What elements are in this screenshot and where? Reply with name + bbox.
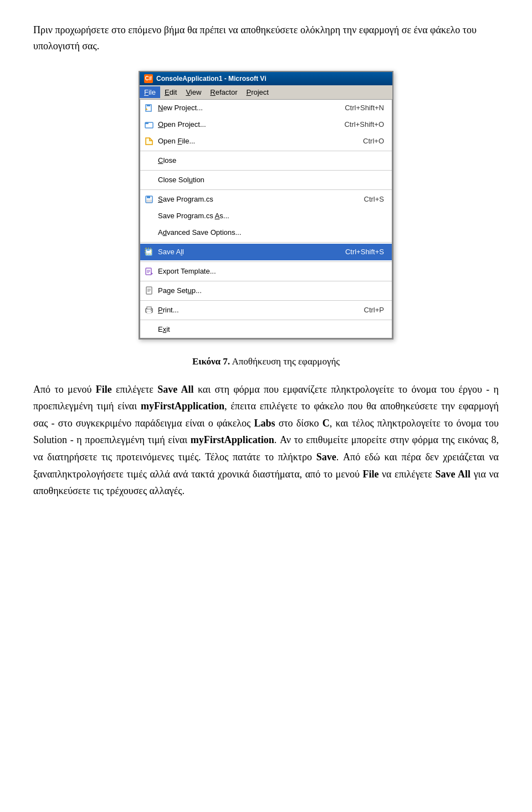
svg-marker-17 <box>151 272 153 275</box>
vs-app-icon: C# <box>144 74 153 83</box>
svg-rect-23 <box>147 307 151 309</box>
menu-item-close-solution[interactable]: Close Solution <box>140 172 392 188</box>
exit-blank-icon <box>142 323 156 336</box>
vs-window: C# ConsoleApplication1 - Microsoft Vi Fi… <box>139 71 393 340</box>
separator-6 <box>140 281 392 281</box>
menu-item-close[interactable]: Close <box>140 152 392 169</box>
save-as-blank-icon <box>142 209 156 223</box>
vs-titlebar: C# ConsoleApplication1 - Microsoft Vi <box>140 72 392 85</box>
open-file-icon <box>142 135 156 148</box>
print-label: Print... <box>158 306 364 314</box>
close-label: Close <box>158 156 384 165</box>
separator-4 <box>140 242 392 243</box>
open-project-label: Open Project... <box>158 120 344 129</box>
separator-3 <box>140 189 392 190</box>
open-project-icon <box>142 118 156 131</box>
print-shortcut: Ctrl+P <box>364 306 390 314</box>
menu-item-save[interactable]: Save Program.cs Ctrl+S <box>140 191 392 208</box>
save-as-label: Save Program.cs As... <box>158 212 384 220</box>
separator-8 <box>140 320 392 320</box>
separator-1 <box>140 151 392 151</box>
menu-view[interactable]: View <box>181 86 206 98</box>
close-blank-icon <box>142 154 156 167</box>
menu-edit[interactable]: Edit <box>160 86 181 98</box>
svg-rect-4 <box>145 122 149 124</box>
open-project-shortcut: Ctrl+Shift+O <box>344 120 390 129</box>
menu-item-open-project[interactable]: Open Project... Ctrl+Shift+O <box>140 116 392 133</box>
page-setup-icon <box>142 284 156 297</box>
advanced-save-label: Advanced Save Options... <box>158 228 384 237</box>
menu-item-export-template[interactable]: Export Template... <box>140 263 392 280</box>
new-project-label: New Project... <box>158 104 345 112</box>
menu-item-open-file[interactable]: Open File... Ctrl+O <box>140 133 392 150</box>
export-template-label: Export Template... <box>158 267 384 275</box>
new-project-shortcut: Ctrl+Shift+N <box>345 104 390 112</box>
save-shortcut: Ctrl+S <box>364 195 390 203</box>
save-all-label: Save All <box>158 248 345 256</box>
open-file-label: Open File... <box>158 137 363 145</box>
vs-file-menu: + New Project... Ctrl+Shift+N Open Proje… <box>140 100 392 338</box>
advanced-save-blank-icon <box>142 226 156 239</box>
caption-text: Αποθήκευση της εφαρμογής <box>232 356 340 367</box>
export-template-icon <box>142 265 156 278</box>
figure-caption: Εικόνα 7. Αποθήκευση της εφαρμογής <box>33 356 499 367</box>
new-project-icon: + <box>142 101 156 115</box>
screenshot-container: C# ConsoleApplication1 - Microsoft Vi Fi… <box>33 71 499 340</box>
print-icon <box>142 304 156 317</box>
svg-rect-7 <box>147 196 150 198</box>
svg-rect-8 <box>147 200 151 202</box>
menu-item-advanced-save[interactable]: Advanced Save Options... <box>140 224 392 241</box>
body-paragraph: Από το μενού File επιλέγετε Save All και… <box>33 381 499 500</box>
menu-project[interactable]: Project <box>242 86 273 98</box>
svg-text:+: + <box>145 107 148 112</box>
page-setup-label: Page Setup... <box>158 286 384 295</box>
save-label: Save Program.cs <box>158 195 364 203</box>
separator-5 <box>140 261 392 262</box>
svg-rect-24 <box>147 311 151 314</box>
menu-item-exit[interactable]: Exit <box>140 321 392 338</box>
separator-7 <box>140 300 392 301</box>
save-icon <box>142 193 156 206</box>
svg-rect-1 <box>147 105 150 106</box>
menu-item-save-as[interactable]: Save Program.cs As... <box>140 208 392 224</box>
menu-item-save-all[interactable]: Save All Ctrl+Shift+S <box>140 244 392 260</box>
menu-item-page-setup[interactable]: Page Setup... <box>140 282 392 299</box>
exit-label: Exit <box>158 325 384 333</box>
svg-rect-10 <box>147 249 150 251</box>
save-all-icon <box>142 245 156 259</box>
menu-file[interactable]: File <box>140 86 160 98</box>
save-all-shortcut: Ctrl+Shift+S <box>345 248 390 256</box>
svg-point-25 <box>151 310 152 311</box>
menu-item-print[interactable]: Print... Ctrl+P <box>140 302 392 318</box>
vs-menubar: File Edit View Refactor Project <box>140 85 392 100</box>
close-solution-label: Close Solution <box>158 176 384 184</box>
menu-item-new-project[interactable]: + New Project... Ctrl+Shift+N <box>140 100 392 116</box>
open-file-shortcut: Ctrl+O <box>363 137 390 145</box>
close-solution-blank-icon <box>142 173 156 187</box>
menu-refactor[interactable]: Refactor <box>206 86 242 98</box>
intro-paragraph: Πριν προχωρήσετε στο επόμενο βήμα θα πρέ… <box>33 22 499 54</box>
caption-prefix: Εικόνα 7. <box>192 356 230 367</box>
separator-2 <box>140 170 392 171</box>
svg-marker-5 <box>146 138 152 145</box>
vs-title: ConsoleApplication1 - Microsoft Vi <box>156 75 266 83</box>
